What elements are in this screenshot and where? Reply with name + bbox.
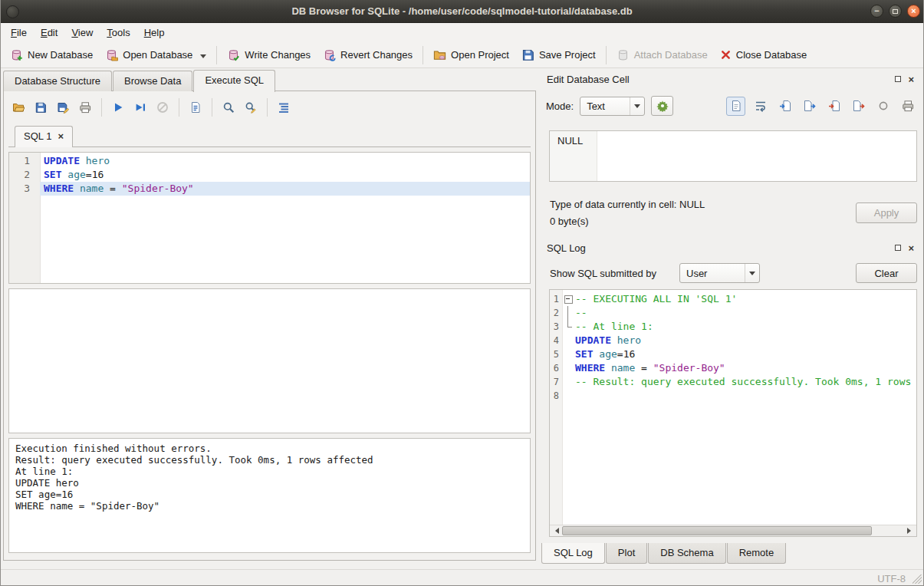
results-grid[interactable] [8,288,531,433]
maximize-button[interactable] [889,5,902,18]
editor-line[interactable]: 2SET age=16 [9,168,530,182]
line-number: 2 [9,168,40,182]
word-wrap-button[interactable] [751,97,770,116]
line-number: 5 [550,347,562,361]
toolbar-separator [179,98,179,117]
attach-database-label: Attach Database [634,49,708,61]
db-write-icon [227,48,240,61]
resize-grip[interactable] [912,574,922,584]
find-button[interactable] [219,97,238,117]
auto-detect-mode-button[interactable] [651,96,673,116]
line-number: 7 [550,375,562,389]
sql-editor[interactable]: 1UPDATE hero2SET age=163WHERE name = "Sp… [8,152,531,284]
scroll-right-icon[interactable] [905,525,916,536]
fold-pipe-icon [562,306,575,320]
write-changes-button[interactable]: Write Changes [221,45,317,64]
export-to-file-button[interactable] [800,97,819,116]
new-database-button[interactable]: New Database [4,45,99,64]
execute-current-line-button[interactable] [130,97,150,117]
doc-import-icon [779,100,791,112]
scrollbar-thumb[interactable] [562,526,872,535]
output-line: At line 1: [15,466,524,477]
tab-database-structure[interactable]: Database Structure [3,71,112,91]
log-line[interactable]: 6WHERE name = "Spider-Boy" [550,361,916,375]
log-line[interactable]: 7-- Result: query executed successfully.… [550,375,916,389]
close-button[interactable]: × [907,5,920,18]
minimize-button[interactable]: − [870,5,883,18]
tab-execute-sql[interactable]: Execute SQL [193,70,275,92]
log-line[interactable]: 3-- At line 1: [550,320,916,334]
sql-log-view[interactable]: 1-- EXECUTING ALL IN 'SQL 1'2--3-- At li… [549,289,917,537]
float-dock-icon[interactable] [895,76,901,82]
open-database-button[interactable]: Open Database [99,45,212,64]
mode-select[interactable]: Text [580,97,645,116]
cell-size-info: 0 byte(s) [550,216,589,227]
editor-line[interactable]: 3WHERE name = "Spider-Boy" [9,182,530,196]
close-dock-icon[interactable]: × [908,243,914,253]
stop-icon [156,101,169,114]
print-cell-button[interactable] [898,97,917,116]
filter-label: Show SQL submitted by [550,268,656,279]
open-sql-file-button[interactable] [8,97,28,117]
menu-view[interactable]: View [64,24,100,41]
menu-file[interactable]: File [4,24,34,41]
log-line[interactable]: 5SET age=16 [550,347,916,361]
tab-browse-data[interactable]: Browse Data [113,71,192,91]
execute-all-button[interactable] [108,97,128,117]
dock-tab-sql-log[interactable]: SQL Log [541,543,605,564]
splitter-handle[interactable] [536,71,541,561]
log-line[interactable]: 2-- [550,306,916,320]
toolbar-separator [423,46,423,64]
window-controls: − × [870,5,920,18]
cell-value: NULL [550,131,597,181]
save-sql-file-button[interactable] [31,97,51,117]
line-number: 3 [9,182,40,196]
clear-button[interactable]: Clear [856,263,917,283]
set-as-null-button[interactable] [873,97,893,116]
editor-line[interactable]: 1UPDATE hero [9,154,530,168]
log-line[interactable]: 4UPDATE hero [550,334,916,347]
save-as-file-button[interactable] [849,97,868,116]
float-dock-icon[interactable] [895,245,901,251]
open-in-external-button[interactable] [824,97,843,116]
tab-sql-1[interactable]: SQL 1 × [15,126,73,147]
cell-editor[interactable]: NULL [549,130,917,182]
printer-icon [79,101,91,114]
maximize-icon [893,9,898,14]
format-lines-icon [278,101,290,114]
print-sql-button[interactable] [75,97,95,117]
find-replace-button[interactable] [241,97,261,117]
scroll-left-icon[interactable] [550,525,561,536]
dock-tab-db-schema[interactable]: DB Schema [648,543,725,564]
dropdown-arrow-icon[interactable] [200,54,206,61]
sql-log-lines: 1-- EXECUTING ALL IN 'SQL 1'2--3-- At li… [550,290,916,403]
close-dock-icon[interactable]: × [908,74,914,84]
window-menu-icon[interactable] [6,5,19,18]
close-database-button[interactable]: Close Database [714,46,814,64]
project-save-icon [521,48,534,61]
format-sql-button[interactable] [274,97,294,117]
dock-tab-plot[interactable]: Plot [606,543,647,564]
cell-toolbar [726,97,917,116]
save-sql-file-as-button[interactable] [53,97,73,117]
text-mode-button[interactable] [726,97,745,116]
revert-changes-button[interactable]: Revert Changes [317,45,419,64]
log-line[interactable]: 1-- EXECUTING ALL IN 'SQL 1' [550,292,916,306]
horizontal-scrollbar[interactable] [550,525,916,536]
chevron-down-icon[interactable] [630,97,644,115]
close-tab-icon[interactable]: × [58,131,64,141]
close-database-label: Close Database [736,49,807,61]
menu-help[interactable]: Help [137,24,172,41]
chevron-down-icon[interactable] [745,264,759,282]
open-project-button[interactable]: Open Project [427,45,515,64]
fold-minus-icon[interactable] [562,292,575,306]
menu-tools[interactable]: Tools [100,24,136,41]
save-project-button[interactable]: Save Project [515,45,602,64]
dock-tab-remote[interactable]: Remote [727,543,787,564]
import-from-file-button[interactable] [775,97,794,116]
submitter-select[interactable]: User [679,263,760,283]
export-to-csv-button[interactable] [186,97,206,117]
log-line[interactable]: 8 [550,389,916,403]
editor-line-text: UPDATE hero [40,154,530,168]
menu-edit[interactable]: Edit [34,24,64,41]
